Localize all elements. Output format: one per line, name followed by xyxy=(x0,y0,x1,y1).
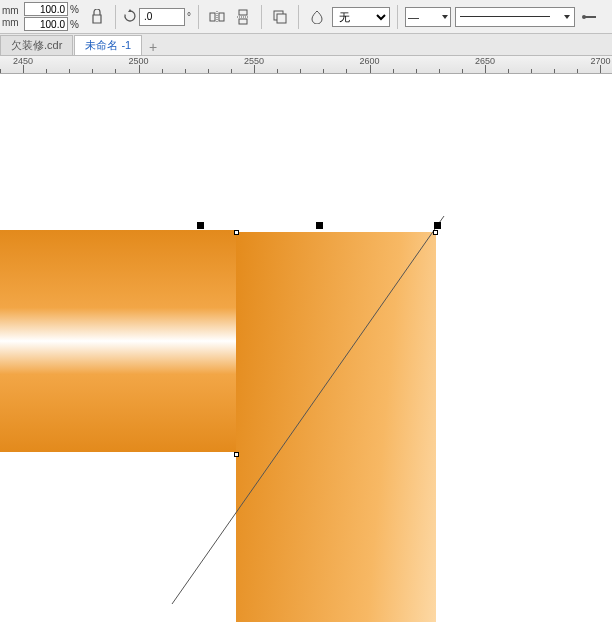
chevron-down-icon xyxy=(564,15,570,19)
ruler-mark: 2650 xyxy=(475,56,495,66)
svg-rect-3 xyxy=(239,10,247,15)
lock-ratio-button[interactable] xyxy=(86,6,108,28)
ruler-mark: 2550 xyxy=(244,56,264,66)
ruler-mark: 2600 xyxy=(360,56,380,66)
degree-label: ° xyxy=(187,11,191,22)
selection-handle[interactable] xyxy=(316,222,323,229)
horizontal-gradient-shape[interactable] xyxy=(0,230,237,452)
selection-handle[interactable] xyxy=(434,222,441,229)
vertical-gradient-shape[interactable] xyxy=(236,232,436,622)
separator xyxy=(198,5,199,29)
percent-label: % xyxy=(70,4,82,15)
scale-y-input[interactable] xyxy=(24,17,68,31)
line-sample: — xyxy=(408,11,419,23)
line-style-dropdown[interactable] xyxy=(455,7,575,27)
add-tab-button[interactable]: + xyxy=(143,39,163,55)
order-button[interactable] xyxy=(269,6,291,28)
mirror-horizontal-button[interactable] xyxy=(206,6,228,28)
tab-document-1[interactable]: 欠装修.cdr xyxy=(0,35,73,55)
ruler-mark: 2700 xyxy=(590,56,610,66)
tab-document-2[interactable]: 未命名 -1 xyxy=(74,35,142,55)
selection-node[interactable] xyxy=(234,230,239,235)
unit-column: mm mm xyxy=(2,5,20,28)
svg-rect-0 xyxy=(210,13,215,21)
svg-rect-7 xyxy=(277,14,286,23)
scale-column: % % xyxy=(24,2,82,31)
separator xyxy=(115,5,116,29)
chevron-down-icon xyxy=(442,15,448,19)
separator xyxy=(397,5,398,29)
svg-rect-4 xyxy=(239,19,247,24)
rotation-group: ° xyxy=(123,8,191,26)
scale-x-input[interactable] xyxy=(24,2,68,16)
property-toolbar: mm mm % % ° 无 — xyxy=(0,0,612,34)
svg-rect-1 xyxy=(219,13,224,21)
canvas[interactable] xyxy=(0,74,612,622)
separator xyxy=(261,5,262,29)
rotation-input[interactable] xyxy=(139,8,185,26)
selection-handle[interactable] xyxy=(197,222,204,229)
line-endcap-button[interactable] xyxy=(579,6,601,28)
width-unit: mm xyxy=(2,5,20,16)
selection-node[interactable] xyxy=(433,230,438,235)
rotate-icon xyxy=(123,9,137,25)
svg-point-9 xyxy=(582,15,586,19)
document-tabbar: 欠装修.cdr 未命名 -1 + xyxy=(0,34,612,56)
height-unit: mm xyxy=(2,17,20,28)
ruler-mark: 2500 xyxy=(129,56,149,66)
selection-node[interactable] xyxy=(234,452,239,457)
line-style-preview xyxy=(460,16,550,17)
fill-icon[interactable] xyxy=(306,6,328,28)
separator xyxy=(298,5,299,29)
line-width-dropdown[interactable]: — xyxy=(405,7,451,27)
horizontal-ruler[interactable]: 245025002550260026502700 xyxy=(0,56,612,74)
fill-dropdown[interactable]: 无 xyxy=(332,7,390,27)
ruler-mark: 2450 xyxy=(13,56,33,66)
percent-label: % xyxy=(70,19,82,30)
mirror-vertical-button[interactable] xyxy=(232,6,254,28)
